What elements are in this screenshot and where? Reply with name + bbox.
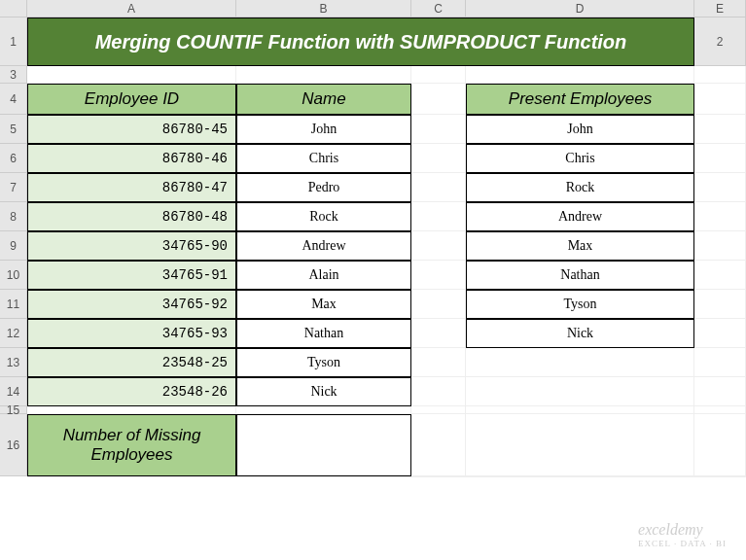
cell[interactable]: [694, 84, 746, 115]
cell[interactable]: [466, 66, 694, 84]
employee-id-cell[interactable]: 34765-90: [27, 231, 236, 261]
cell[interactable]: [466, 377, 694, 406]
cell[interactable]: [27, 66, 236, 84]
header-employee-id: Employee ID: [27, 84, 236, 115]
cell[interactable]: [694, 144, 746, 173]
employee-id-cell[interactable]: 86780-46: [27, 144, 236, 173]
present-cell[interactable]: Andrew: [466, 202, 694, 231]
cell[interactable]: [236, 406, 411, 414]
col-header-D[interactable]: D: [466, 0, 694, 18]
present-cell[interactable]: Nathan: [466, 261, 694, 290]
cell[interactable]: [236, 476, 411, 477]
cell[interactable]: [694, 319, 746, 348]
row-header-7[interactable]: 7: [0, 173, 27, 202]
row-header-6[interactable]: 6: [0, 144, 27, 173]
row-header-14[interactable]: 14: [0, 377, 27, 406]
cell[interactable]: [411, 290, 466, 319]
cell[interactable]: [411, 414, 466, 476]
cell[interactable]: [27, 476, 236, 477]
cell[interactable]: [411, 202, 466, 231]
row-header-11[interactable]: 11: [0, 290, 27, 319]
cell[interactable]: [236, 66, 411, 84]
header-present: Present Employees: [466, 84, 694, 115]
cell[interactable]: [466, 348, 694, 377]
employee-name-cell[interactable]: Nick: [236, 377, 411, 406]
cell[interactable]: [411, 84, 466, 115]
row-header-2[interactable]: 2: [694, 18, 746, 66]
cell[interactable]: [694, 66, 746, 84]
header-name: Name: [236, 84, 411, 115]
page-title: Merging COUNTIF Function with SUMPRODUCT…: [27, 18, 694, 66]
corner: [0, 0, 27, 18]
cell[interactable]: [694, 202, 746, 231]
employee-name-cell[interactable]: Max: [236, 290, 411, 319]
row-header-10[interactable]: 10: [0, 261, 27, 290]
row-header-15[interactable]: 15: [0, 406, 27, 414]
employee-name-cell[interactable]: Tyson: [236, 348, 411, 377]
cell[interactable]: [27, 406, 236, 414]
present-cell[interactable]: Tyson: [466, 290, 694, 319]
present-cell[interactable]: Max: [466, 231, 694, 261]
cell[interactable]: [411, 476, 466, 477]
row-header-3[interactable]: 3: [0, 66, 27, 84]
cell[interactable]: [694, 406, 746, 414]
cell[interactable]: [694, 115, 746, 144]
cell[interactable]: [694, 348, 746, 377]
present-cell[interactable]: Nick: [466, 319, 694, 348]
employee-name-cell[interactable]: Nathan: [236, 319, 411, 348]
cell[interactable]: [694, 173, 746, 202]
cell[interactable]: [466, 414, 694, 476]
cell[interactable]: [694, 476, 746, 477]
employee-id-cell[interactable]: 23548-26: [27, 377, 236, 406]
employee-name-cell[interactable]: Chris: [236, 144, 411, 173]
cell[interactable]: [411, 319, 466, 348]
row-header-9[interactable]: 9: [0, 231, 27, 261]
row-header-16[interactable]: 16: [0, 414, 27, 476]
present-cell[interactable]: Rock: [466, 173, 694, 202]
employee-id-cell[interactable]: 86780-48: [27, 202, 236, 231]
row-header-4[interactable]: 4: [0, 84, 27, 115]
cell[interactable]: [694, 261, 746, 290]
present-cell[interactable]: John: [466, 115, 694, 144]
watermark-brand: exceldemy: [638, 521, 703, 538]
employee-id-cell[interactable]: 23548-25: [27, 348, 236, 377]
row-header-5[interactable]: 5: [0, 115, 27, 144]
cell[interactable]: [411, 348, 466, 377]
employee-id-cell[interactable]: 34765-93: [27, 319, 236, 348]
row-header-12[interactable]: 12: [0, 319, 27, 348]
cell[interactable]: [466, 476, 694, 477]
cell[interactable]: [694, 414, 746, 476]
employee-name-cell[interactable]: John: [236, 115, 411, 144]
employee-id-cell[interactable]: 86780-47: [27, 173, 236, 202]
cell[interactable]: [694, 231, 746, 261]
employee-name-cell[interactable]: Rock: [236, 202, 411, 231]
cell[interactable]: [411, 66, 466, 84]
cell[interactable]: [411, 406, 466, 414]
cell[interactable]: [411, 231, 466, 261]
col-header-C[interactable]: C: [411, 0, 466, 18]
col-header-A[interactable]: A: [27, 0, 236, 18]
employee-name-cell[interactable]: Alain: [236, 261, 411, 290]
row-header-1[interactable]: 1: [0, 18, 27, 66]
employee-name-cell[interactable]: Pedro: [236, 173, 411, 202]
cell[interactable]: [411, 261, 466, 290]
row-header-13[interactable]: 13: [0, 348, 27, 377]
watermark-sub: EXCEL · DATA · BI: [638, 539, 727, 548]
employee-id-cell[interactable]: 34765-91: [27, 261, 236, 290]
cell[interactable]: [694, 290, 746, 319]
cell[interactable]: [411, 377, 466, 406]
col-header-B[interactable]: B: [236, 0, 411, 18]
employee-id-cell[interactable]: 86780-45: [27, 115, 236, 144]
cell[interactable]: [694, 377, 746, 406]
cell[interactable]: [466, 406, 694, 414]
employee-name-cell[interactable]: Andrew: [236, 231, 411, 261]
cell[interactable]: [411, 173, 466, 202]
employee-id-cell[interactable]: 34765-92: [27, 290, 236, 319]
watermark: exceldemy EXCEL · DATA · BI: [638, 521, 727, 548]
present-cell[interactable]: Chris: [466, 144, 694, 173]
cell[interactable]: [411, 144, 466, 173]
row-header-8[interactable]: 8: [0, 202, 27, 231]
missing-value[interactable]: [236, 414, 411, 476]
col-header-E[interactable]: E: [694, 0, 746, 18]
cell[interactable]: [411, 115, 466, 144]
